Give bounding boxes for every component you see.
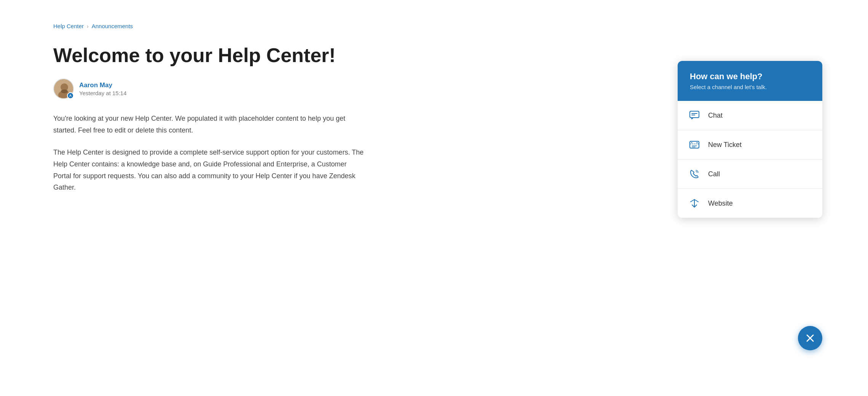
chat-icon <box>688 109 700 121</box>
call-label: Call <box>708 170 720 178</box>
website-label: Website <box>708 200 733 208</box>
breadcrumb-help-center[interactable]: Help Center <box>53 23 84 29</box>
close-widget-button[interactable] <box>798 326 822 350</box>
widget-header-title: How can we help? <box>690 72 810 81</box>
article-body: You're looking at your new Help Center. … <box>53 113 365 193</box>
author-row: A Aaron May Yesterday at 15:14 <box>53 78 365 99</box>
breadcrumb-separator: › <box>87 23 89 29</box>
ticket-icon <box>688 139 700 151</box>
author-timestamp: Yesterday at 15:14 <box>79 90 127 96</box>
avatar: A <box>53 78 74 99</box>
widget-option-chat[interactable]: Chat <box>678 101 822 130</box>
widget-option-website[interactable]: Website <box>678 189 822 218</box>
widget-header-subtitle: Select a channel and let's talk. <box>690 84 810 90</box>
svg-point-3 <box>61 89 68 93</box>
close-icon <box>805 333 815 343</box>
author-name: Aaron May <box>79 81 127 89</box>
widget-options-list: Chat New Ticket <box>678 101 822 218</box>
svg-point-6 <box>691 142 692 143</box>
svg-rect-4 <box>690 111 699 118</box>
widget-header: How can we help? Select a channel and le… <box>678 61 822 101</box>
page-title: Welcome to your Help Center! <box>53 45 365 66</box>
website-icon <box>688 197 700 209</box>
page-content: Help Center › Announcements Welcome to y… <box>0 0 419 227</box>
ticket-label: New Ticket <box>708 141 742 149</box>
author-info: Aaron May Yesterday at 15:14 <box>79 81 127 96</box>
widget-option-new-ticket[interactable]: New Ticket <box>678 130 822 160</box>
breadcrumb: Help Center › Announcements <box>53 23 365 29</box>
article-paragraph-2: The Help Center is designed to provide a… <box>53 147 365 193</box>
avatar-badge: A <box>67 92 74 99</box>
breadcrumb-announcements[interactable]: Announcements <box>92 23 133 29</box>
svg-point-7 <box>697 142 698 143</box>
chat-label: Chat <box>708 112 723 120</box>
article-paragraph-1: You're looking at your new Help Center. … <box>53 113 365 136</box>
help-widget: How can we help? Select a channel and le… <box>678 61 822 218</box>
call-icon <box>688 168 700 180</box>
widget-option-call[interactable]: Call <box>678 160 822 189</box>
